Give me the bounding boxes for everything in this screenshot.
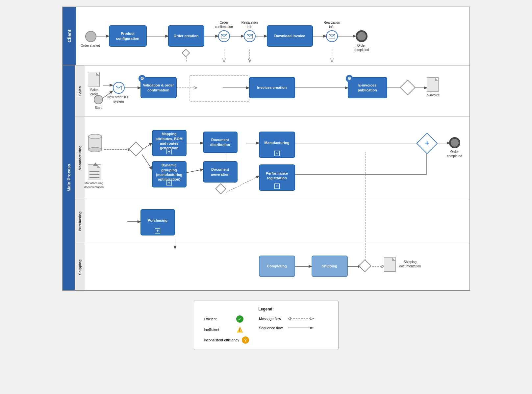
order-completed-label-client: Order completed	[350, 43, 373, 52]
validation-task[interactable]: ⚙ Validation & order confirmation	[140, 77, 177, 98]
order-started-event	[85, 31, 96, 42]
legend-inconsistent: Inconsistent efficiency ?	[204, 336, 249, 344]
sublanes-container: Sales	[75, 65, 469, 290]
shipping-label2: Shipping	[322, 264, 337, 268]
mapping-label: Mapping attributes, BOM and routes gener…	[154, 132, 184, 154]
completing-label: Completing	[267, 264, 287, 268]
order-creation-task[interactable]: Order creation	[168, 25, 204, 47]
download-invoice-task[interactable]: Download invoice	[267, 25, 313, 47]
bpmn-diagram: Client	[62, 7, 470, 291]
legend-inefficient: Inefficient ⚠️	[204, 326, 249, 333]
warning-icon: ⚠️	[236, 326, 243, 333]
order-completed-event-client	[356, 30, 367, 42]
product-config-task[interactable]: Product configuration	[109, 25, 147, 47]
mfg-doc-icon	[88, 164, 101, 180]
sales-order-doc	[88, 72, 100, 86]
e-invoices-gateway	[399, 80, 415, 95]
performance-label: Performance registration	[261, 171, 293, 185]
realization-info-event1	[244, 30, 256, 42]
sales-start-event	[94, 95, 103, 104]
legend-message-flow: Message flow	[259, 316, 314, 321]
svg-point-42	[89, 134, 102, 139]
main-process-pool: Main Process Sales	[63, 65, 469, 290]
gear-icon2: ⚙	[346, 75, 353, 82]
order-completed-label-main: Order completed	[443, 150, 466, 158]
purchasing-label2: Purchasing	[148, 218, 167, 227]
dynamic-grouping-task[interactable]: Dynamic grouping (manufacturing optimiza…	[152, 161, 187, 187]
realization-info-label2: Realization info	[321, 20, 343, 29]
manufacturing-lane: Manufacturing	[75, 117, 469, 199]
sales-lane: Sales	[75, 65, 469, 117]
order-completed-event-main	[449, 137, 460, 148]
order-creation-gateway	[182, 49, 190, 57]
product-config-label: Product configuration	[111, 31, 144, 41]
e-invoices-task[interactable]: ⚙ E-invoices publication	[348, 77, 387, 98]
legend-inefficient-label: Inefficient	[204, 328, 234, 332]
gear-icon: ⚙	[139, 75, 146, 82]
legend-inconsistent-label: Inconsistent efficiency	[204, 338, 239, 342]
shipping-label: Shipping	[75, 244, 85, 290]
legend-efficient: Efficient ✓	[204, 315, 249, 323]
order-started-label: Order started	[81, 43, 100, 48]
mapping-task[interactable]: Mapping attributes, BOM and routes gener…	[152, 130, 187, 156]
client-content: Order started Product configuration Orde…	[76, 7, 469, 65]
e-invoice-doc	[427, 77, 439, 92]
shipping-gateway	[358, 259, 371, 272]
client-lane: Client	[63, 7, 469, 65]
legend-title: Legend:	[204, 307, 328, 311]
sales-label: Sales	[75, 65, 85, 116]
shipping-lane: Shipping	[75, 244, 469, 290]
shipping-doc-label: Shipping documentation	[397, 260, 423, 268]
doc-distribution-label: Document distribution	[205, 137, 235, 147]
purchasing-label: Purchasing	[75, 199, 85, 244]
svg-line-26	[142, 155, 152, 169]
legend-efficient-label: Efficient	[204, 317, 234, 321]
svg-marker-49	[288, 317, 291, 320]
manufacturing-label2: Manufacturing	[265, 140, 290, 149]
legend-box: Legend: Efficient ✓ Inefficient ⚠️ Incon…	[194, 301, 339, 350]
new-order-label: New order in IT system	[107, 95, 131, 104]
doc-distribution-task[interactable]: Document distribution	[203, 132, 238, 153]
performance-task[interactable]: Performance registration	[259, 164, 295, 191]
svg-line-28	[187, 169, 203, 173]
manufacturing-content: Manufacturing documentation	[85, 117, 469, 199]
mfg-gateway1	[128, 141, 143, 156]
shipping-content: Completing Shipping Shipping documentat	[85, 244, 469, 290]
invoices-creation-label: Invoices creation	[257, 85, 287, 90]
legend-message-flow-label: Message flow	[259, 317, 285, 321]
manufacturing-label: Manufacturing	[75, 117, 85, 199]
purchasing-task[interactable]: Purchasing	[140, 209, 175, 235]
cylinder-icon	[87, 133, 103, 152]
invoices-creation-task[interactable]: Invoices creation	[249, 77, 295, 98]
plus-gateway: +	[416, 133, 438, 154]
question-icon: ?	[242, 336, 249, 344]
realization-info-label1: Realization info	[239, 20, 261, 29]
svg-rect-22	[190, 75, 249, 102]
purchasing-lane: Purchasing	[75, 199, 469, 244]
realization-info-event2	[326, 30, 338, 42]
sales-start-label: Start	[91, 106, 106, 110]
dynamic-grouping-label: Dynamic grouping (manufacturing optimiza…	[154, 163, 184, 185]
client-label: Client	[63, 7, 76, 65]
check-icon: ✓	[236, 315, 243, 323]
shipping-task[interactable]: Shipping	[312, 256, 348, 277]
completing-task[interactable]: Completing	[259, 256, 295, 277]
order-confirmation-event	[218, 30, 230, 42]
validation-label: Validation & order confirmation	[143, 83, 174, 92]
sales-content: Sales order Start New order in IT system…	[85, 65, 469, 116]
e-invoice-label: e-invoice	[425, 93, 442, 97]
diagram-wrapper: Client	[62, 7, 470, 350]
new-order-event	[113, 82, 125, 94]
mfg-gateway2	[215, 183, 226, 194]
svg-point-41	[89, 147, 102, 152]
doc-generation-task[interactable]: Document generation	[203, 161, 238, 183]
order-creation-label: Order creation	[174, 34, 199, 38]
e-invoices-label: E-invoices publication	[350, 83, 385, 92]
svg-line-25	[142, 143, 152, 150]
main-process-label: Main Process	[63, 65, 75, 290]
purchasing-content: Purchasing	[85, 199, 469, 244]
order-confirmation-label: Order confirmation	[213, 20, 236, 29]
svg-marker-53	[310, 327, 314, 329]
manufacturing-task[interactable]: Manufacturing	[259, 132, 295, 158]
shipping-doc-icon	[384, 257, 396, 272]
